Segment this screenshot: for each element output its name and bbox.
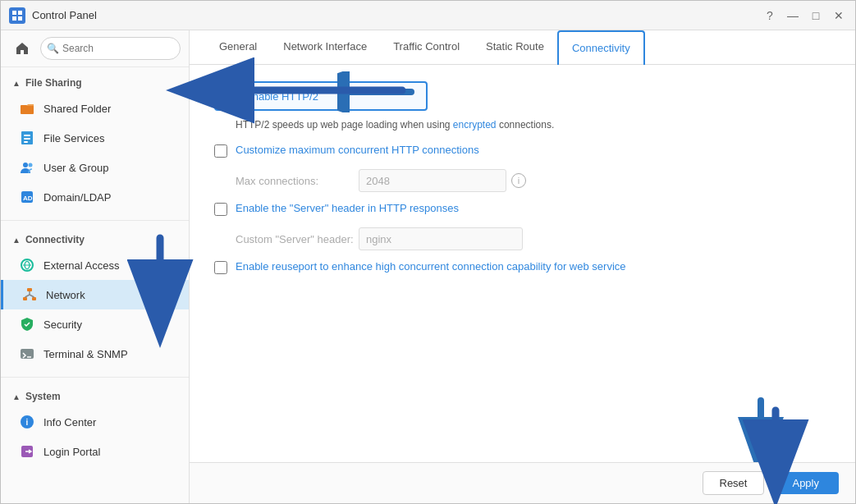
folder-icon	[19, 100, 35, 117]
sidebar-item-label-terminal-snmp: Terminal & SNMP	[43, 348, 128, 360]
network-icon	[21, 286, 38, 303]
svg-rect-16	[32, 297, 36, 300]
max-connections-sub-label: Max connections:	[236, 175, 359, 187]
info-icon-connections[interactable]: i	[511, 173, 526, 188]
svg-rect-2	[12, 16, 16, 21]
server-header-checkbox[interactable]	[214, 203, 227, 216]
sidebar-item-label-security: Security	[43, 318, 82, 331]
tab-traffic-control[interactable]: Traffic Control	[380, 30, 473, 64]
footer: Reset Apply	[190, 462, 855, 503]
sidebar-item-label-info-center: Info Center	[43, 416, 96, 428]
info-icon: i	[19, 414, 35, 430]
section-header-file-sharing[interactable]: ▲ File Sharing	[1, 72, 189, 94]
section-header-system[interactable]: ▲ System	[1, 386, 189, 407]
svg-point-9	[23, 163, 28, 167]
sidebar-item-network[interactable]: Network	[1, 280, 189, 309]
sidebar-item-external-access[interactable]: External Access	[1, 250, 189, 280]
sidebar-item-label-network: Network	[46, 289, 85, 301]
search-input[interactable]	[40, 37, 181, 60]
caret-icon-connectivity: ▲	[12, 236, 21, 245]
close-button[interactable]: ✕	[831, 7, 847, 24]
tab-general[interactable]: General	[206, 30, 270, 64]
max-connections-checkbox[interactable]	[214, 144, 227, 158]
minimize-button[interactable]: —	[785, 7, 801, 24]
http2-description: HTTP/2 speeds up web page loading when u…	[236, 119, 831, 131]
svg-rect-1	[18, 11, 22, 15]
reuseport-checkbox[interactable]	[214, 261, 227, 274]
external-access-icon	[19, 257, 35, 273]
max-connections-label: Customize maximum concurrent HTTP connec…	[236, 144, 479, 156]
sidebar-item-label-shared-folder: Shared Folder	[43, 103, 111, 115]
reuseport-label: Enable reuseport to enhance high concurr…	[236, 260, 626, 273]
option-server-header-row: Enable the "Server" header in HTTP respo…	[214, 202, 831, 216]
window: Control Panel ? — □ ✕ 🔍	[0, 0, 856, 504]
title-bar: Control Panel ? — □ ✕	[1, 1, 855, 30]
settings-panel: Enable HTTP/2 HTTP/2 speeds up web page …	[190, 65, 855, 462]
terminal-icon	[19, 346, 35, 362]
content-area: General Network Interface Traffic Contro…	[190, 30, 855, 503]
svg-text:AD: AD	[23, 195, 33, 202]
svg-rect-4	[21, 105, 34, 114]
window-title: Control Panel	[32, 9, 762, 21]
server-header-input[interactable]	[359, 227, 523, 250]
domain-icon: AD	[19, 189, 35, 205]
enable-http2-label: Enable HTTP/2	[245, 90, 318, 103]
option-reuseport-row: Enable reuseport to enhance high concurr…	[214, 260, 831, 274]
svg-rect-14	[27, 288, 32, 291]
sidebar-item-info-center[interactable]: i Info Center	[1, 407, 189, 437]
section-label-connectivity: Connectivity	[25, 234, 85, 245]
sidebar-item-shared-folder[interactable]: Shared Folder	[1, 94, 189, 123]
login-icon	[19, 443, 35, 460]
tab-static-route[interactable]: Static Route	[473, 30, 557, 64]
server-header-label: Enable the "Server" header in HTTP respo…	[236, 202, 459, 214]
window-controls: ? — □ ✕	[762, 7, 847, 24]
sidebar-item-login-portal[interactable]: Login Portal	[1, 437, 189, 466]
server-header-sub-label: Custom "Server" header:	[236, 233, 359, 245]
sidebar-item-security[interactable]: Security	[1, 309, 189, 339]
home-button[interactable]	[9, 35, 35, 62]
sidebar-item-label-domain-ldap: Domain/LDAP	[43, 191, 111, 204]
main-layout: 🔍 ▲ File Sharing Shared Folder	[1, 30, 855, 503]
section-label-file-sharing: File Sharing	[25, 77, 82, 89]
sidebar-item-domain-ldap[interactable]: AD Domain/LDAP	[1, 182, 189, 212]
search-icon: 🔍	[47, 43, 59, 54]
file-services-icon	[19, 130, 35, 146]
tab-network-interface[interactable]: Network Interface	[270, 30, 380, 64]
maximize-button[interactable]: □	[808, 7, 824, 24]
sidebar-item-label-user-group: User & Group	[43, 162, 108, 174]
tab-connectivity[interactable]: Connectivity	[557, 30, 645, 65]
reset-button[interactable]: Reset	[703, 471, 765, 495]
section-header-connectivity[interactable]: ▲ Connectivity	[1, 229, 189, 250]
svg-rect-15	[23, 297, 27, 300]
max-connections-input[interactable]	[359, 169, 506, 192]
svg-point-10	[29, 163, 33, 167]
option-max-connections-row: Customize maximum concurrent HTTP connec…	[214, 144, 831, 158]
sidebar-item-terminal-snmp[interactable]: Terminal & SNMP	[1, 339, 189, 369]
svg-rect-3	[18, 16, 22, 21]
svg-line-18	[25, 295, 30, 297]
security-icon	[19, 316, 35, 332]
section-file-sharing: ▲ File Sharing Shared Folder File Servic…	[1, 67, 189, 217]
section-label-system: System	[25, 391, 61, 402]
sidebar-item-file-services[interactable]: File Services	[1, 123, 189, 153]
section-connectivity: ▲ Connectivity External Access Network	[1, 224, 189, 373]
sidebar-item-user-group[interactable]: User & Group	[1, 153, 189, 182]
caret-icon: ▲	[12, 79, 21, 88]
caret-icon-system: ▲	[12, 392, 21, 401]
svg-line-19	[30, 295, 34, 297]
apply-button[interactable]: Apply	[772, 472, 839, 494]
sidebar-item-label-file-services: File Services	[43, 132, 104, 144]
svg-rect-7	[24, 138, 30, 140]
enable-http2-checkbox[interactable]	[224, 89, 237, 103]
user-group-icon	[19, 159, 35, 176]
help-button[interactable]: ?	[762, 7, 778, 24]
svg-rect-0	[12, 11, 16, 15]
tab-bar: General Network Interface Traffic Contro…	[190, 30, 855, 65]
sidebar-item-label-login-portal: Login Portal	[43, 446, 100, 458]
app-icon	[9, 7, 25, 24]
svg-rect-6	[24, 135, 30, 136]
sidebar: 🔍 ▲ File Sharing Shared Folder	[1, 30, 190, 503]
svg-text:i: i	[26, 418, 29, 427]
section-system: ▲ System i Info Center Login Portal	[1, 381, 189, 471]
svg-rect-8	[24, 141, 28, 143]
